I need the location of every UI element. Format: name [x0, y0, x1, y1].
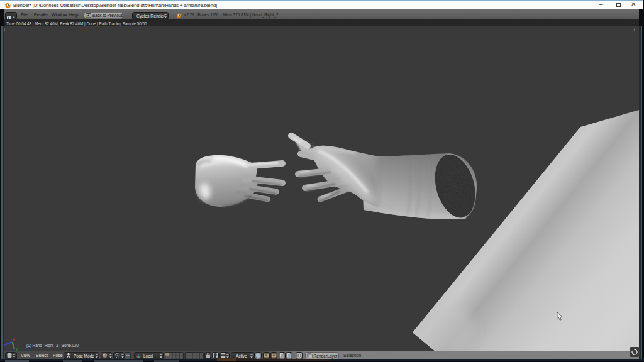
svg-text:+: +: [633, 27, 636, 33]
svg-text:y: y: [16, 346, 18, 351]
